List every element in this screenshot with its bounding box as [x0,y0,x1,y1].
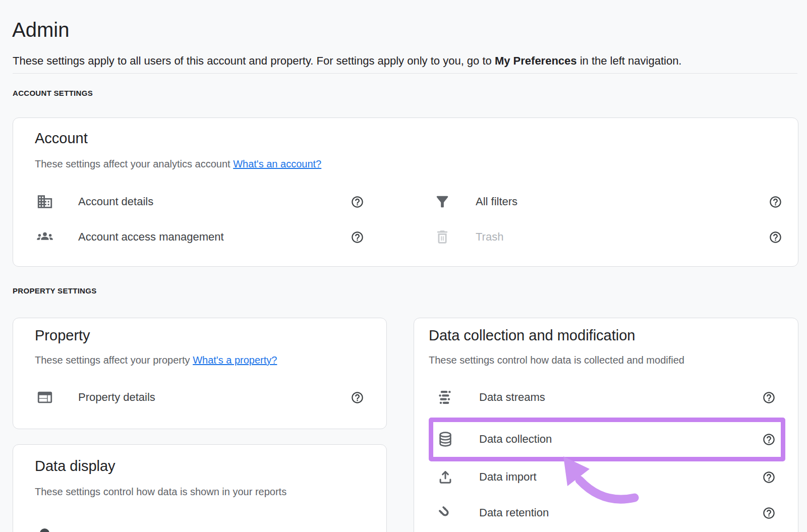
whats-an-account-link[interactable]: What's an account? [233,158,321,169]
filter-icon [434,193,451,210]
help-icon[interactable] [762,433,776,446]
property-settings-section-label: PROPERTY SETTINGS [13,286,97,295]
account-settings-section-label: ACCOUNT SETTINGS [13,89,93,97]
trash-label: Trash [476,230,503,244]
account-access-management-row[interactable]: Account access management [36,226,334,248]
database-icon [437,431,454,448]
data-collection-row[interactable]: Data collection [437,428,719,450]
upload-icon [437,468,454,486]
subtitle-text: These settings apply to all users of thi… [13,54,495,67]
property-card-description: These settings affect your property [35,354,190,366]
all-filters-row[interactable]: All filters [434,191,726,213]
data-retention-row[interactable]: Data retention [437,502,719,524]
account-details-row[interactable]: Account details [36,191,334,213]
data-streams-icon [437,389,454,406]
all-filters-label: All filters [476,195,517,208]
account-card-title: Account [35,130,88,147]
subtitle-text-after: in the left navigation. [577,54,682,67]
whats-a-property-link[interactable]: What's a property? [193,354,277,366]
property-details-label: Property details [78,391,155,404]
trash-icon [434,228,451,246]
trash-row: Trash [434,226,726,248]
account-details-label: Account details [78,195,153,208]
data-streams-label: Data streams [479,391,545,404]
help-icon[interactable] [351,391,364,404]
help-icon[interactable] [769,230,782,244]
magnet-icon [437,504,454,521]
people-group-icon [36,228,53,246]
data-collection-card-title: Data collection and modification [429,327,635,344]
property-card-title: Property [35,327,90,344]
data-collection-label: Data collection [479,433,552,446]
help-icon[interactable] [762,391,776,404]
account-card-description: These settings affect your analytics acc… [35,158,230,169]
help-icon[interactable] [769,195,782,209]
property-card: Property These settings affect your prop… [13,318,387,429]
property-details-row[interactable]: Property details [36,386,334,408]
data-display-card: Data display These settings control how … [13,444,387,532]
subtitle-bold-my-preferences: My Preferences [495,54,577,67]
page-subtitle: These settings apply to all users of thi… [13,54,779,68]
data-streams-row[interactable]: Data streams [437,386,719,408]
help-icon[interactable] [351,195,364,209]
data-display-card-description: These settings control how data is shown… [35,486,286,498]
account-access-management-label: Account access management [78,230,224,244]
building-icon [36,193,53,210]
help-icon[interactable] [762,470,776,484]
data-import-row[interactable]: Data import [437,466,719,488]
help-icon[interactable] [351,230,364,244]
help-icon[interactable] [762,506,776,520]
data-collection-card-description: These settings control how data is colle… [429,354,684,366]
data-display-card-title: Data display [35,458,116,475]
data-import-label: Data import [479,470,537,484]
web-layout-icon [36,389,53,406]
data-retention-label: Data retention [479,506,549,519]
header-divider [13,73,797,74]
page-title: Admin [12,19,69,41]
